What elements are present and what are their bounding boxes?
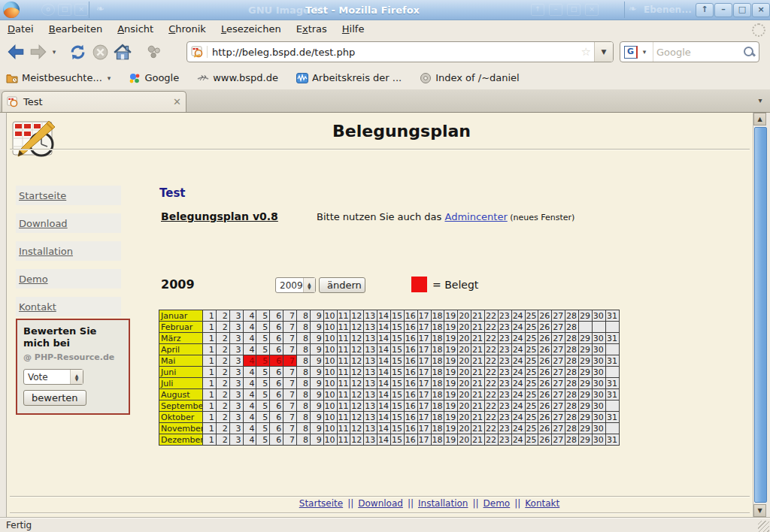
admincenter-link[interactable]: Admincenter (444, 211, 507, 222)
day-cell: 26 (538, 344, 552, 355)
menu-lesezeichen[interactable]: Lesezeichen (214, 21, 289, 37)
day-cell: 22 (485, 344, 499, 355)
day-cell: 11 (337, 355, 350, 367)
day-cell: 15 (391, 322, 405, 333)
day-cell: 5 (256, 401, 270, 412)
day-cell: 28 (565, 310, 579, 322)
url-bar[interactable]: ☆ ▼ (186, 41, 614, 62)
day-cell: 25 (525, 322, 538, 333)
molecule-button[interactable] (143, 41, 165, 63)
day-cell: 12 (350, 333, 364, 344)
day-cell: 13 (364, 434, 377, 446)
scroll-up-button[interactable]: ▲ (753, 113, 766, 125)
day-cell: 1 (203, 434, 217, 446)
sidebar-item-installation[interactable]: Installation (19, 246, 73, 257)
day-cell: 29 (579, 434, 593, 446)
menu-chronik[interactable]: Chronik (161, 21, 214, 37)
search-engine-button[interactable]: G ▾ (620, 42, 653, 62)
bookmark-arbeitskreis-der[interactable]: Arbeitskreis der ... (296, 72, 402, 84)
close-button[interactable]: × (752, 3, 770, 17)
day-cell: 7 (283, 389, 297, 401)
menu-extras[interactable]: Extras (289, 21, 335, 37)
day-cell: 20 (458, 389, 471, 401)
home-icon (113, 42, 132, 62)
day-cell: 27 (552, 344, 565, 355)
minimize-button[interactable]: – (714, 3, 732, 17)
month-cell: September (159, 401, 203, 412)
wave-icon (296, 72, 308, 84)
history-dropdown-button[interactable]: ▾ (50, 48, 59, 56)
vote-select[interactable]: Vote ▲▼ (23, 369, 83, 385)
change-year-button[interactable]: ändern (319, 277, 365, 293)
home-button[interactable] (111, 41, 134, 63)
stop-button[interactable] (89, 41, 111, 63)
menu-bearbeiten[interactable]: Bearbeiten (41, 21, 110, 37)
scrollbar-thumb[interactable] (754, 127, 767, 503)
bookmark-google[interactable]: Google (129, 72, 179, 84)
day-cell: 18 (431, 333, 444, 344)
day-cell: 3 (229, 344, 243, 355)
scroll-down-button[interactable]: ▼ (753, 504, 766, 517)
day-cell: 13 (364, 423, 377, 434)
window-titlebar: o □ × ❧ GNU Image M Test - Mozilla Firef… (0, 0, 770, 20)
url-input[interactable] (208, 47, 581, 58)
day-cell: 28 (565, 423, 579, 434)
footer-link-download[interactable]: Download (358, 498, 403, 509)
day-cell: 27 (552, 434, 565, 446)
menu-datei[interactable]: Datei (0, 21, 41, 37)
bookmark-index-of-~daniel[interactable]: Index of /~daniel (420, 72, 520, 84)
search-magnifier-icon[interactable] (742, 45, 756, 59)
sidebar-item-startseite[interactable]: Startseite (19, 190, 66, 201)
search-box[interactable]: G ▾ (620, 41, 759, 62)
day-cell: 6 (270, 423, 283, 434)
footer-link-installation[interactable]: Installation (418, 498, 468, 509)
footer-link-demo[interactable]: Demo (484, 498, 511, 509)
day-cell: 22 (485, 367, 499, 378)
tab-test[interactable]: Test ✕ (2, 91, 186, 112)
tab-close-icon[interactable]: ✕ (173, 96, 181, 107)
day-cell: 3 (229, 333, 243, 344)
menu-items: DateiBearbeitenAnsichtChronikLesezeichen… (0, 21, 371, 37)
day-cell (605, 367, 619, 378)
vertical-scrollbar[interactable]: ▲ ▼ (753, 113, 767, 517)
day-cell: 10 (323, 344, 337, 355)
day-cell: 17 (417, 434, 431, 446)
reload-icon (68, 43, 87, 62)
bookmark-www-bspd-de[interactable]: www.bspd.de (197, 72, 278, 84)
maximize-button[interactable]: □ (733, 3, 751, 17)
day-cell: 13 (364, 310, 377, 322)
vote-submit-button[interactable]: bewerten (23, 390, 86, 406)
rollup-button[interactable]: ↑ (696, 3, 714, 17)
day-cell: 22 (485, 378, 499, 389)
day-cell: 5 (256, 367, 270, 378)
calendar-row-august: August1234567891011121314151617181920212… (159, 389, 620, 401)
day-cell: 14 (377, 434, 391, 446)
bookmark-meistbesuchte[interactable]: Meistbesuchte...▾ (6, 72, 111, 84)
sidebar-item-demo[interactable]: Demo (19, 274, 48, 285)
resize-grip[interactable] (758, 521, 769, 532)
day-cell: 23 (498, 378, 511, 389)
forward-button[interactable] (27, 41, 50, 63)
day-cell: 20 (458, 434, 471, 446)
day-cell: 28 (565, 322, 579, 333)
menu-hilfe[interactable]: Hilfe (335, 21, 372, 37)
footer-link-kontakt[interactable]: Kontakt (525, 498, 559, 509)
url-dropdown-button[interactable]: ▼ (594, 42, 613, 62)
window-title: Test - Mozilla Firefox (0, 5, 725, 16)
footer-link-startseite[interactable]: Startseite (299, 498, 343, 509)
day-cell: 31 (605, 378, 619, 389)
year-select[interactable]: 2009 ▲▼ (275, 277, 316, 293)
day-cell: 30 (592, 378, 605, 389)
day-cell: 7 (283, 344, 297, 355)
day-cell: 18 (431, 412, 444, 423)
sidebar-item-download[interactable]: Download (19, 218, 68, 229)
bookmark-star-icon[interactable]: ☆ (581, 45, 594, 59)
search-input[interactable] (653, 47, 742, 58)
back-button[interactable] (5, 41, 27, 63)
day-cell: 5 (256, 355, 270, 367)
tab-list-dropdown[interactable]: ▾ (753, 94, 767, 107)
day-cell: 24 (511, 344, 525, 355)
sidebar-item-kontakt[interactable]: Kontakt (19, 301, 56, 313)
menu-ansicht[interactable]: Ansicht (110, 21, 161, 37)
reload-button[interactable] (66, 41, 89, 63)
